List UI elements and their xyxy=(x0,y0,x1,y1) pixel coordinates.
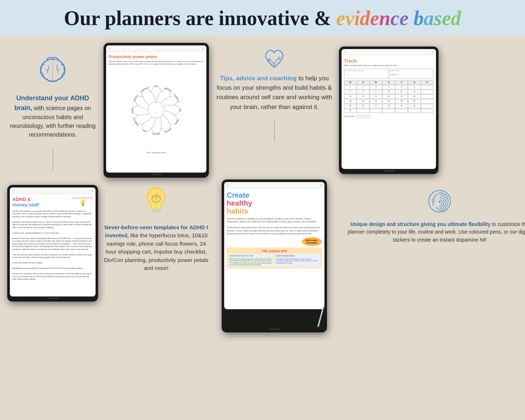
svg-text:MEAL: MEAL xyxy=(132,107,134,113)
section-unique: Unique design and structure giving you u… xyxy=(336,178,525,332)
title-italic: evidence based xyxy=(336,7,461,29)
money-title-block: ADHD & money stuff xyxy=(12,197,39,208)
why-field: WHY AM I TRACKING THIS: xyxy=(344,69,388,79)
money-title-adhd: ADHD & xyxy=(12,197,39,202)
tablet-petals-container: ← ⌂ Productivity power petals Put this f… xyxy=(100,43,213,178)
money-home-bar xyxy=(47,298,58,299)
habits-habits: habits xyxy=(227,207,322,215)
svg-point-30 xyxy=(268,58,270,61)
habits-healthy: healthy xyxy=(227,199,322,207)
science-grid: ADHD NEUROLOGICAL TRAIT ADHD decision-ma… xyxy=(229,254,320,267)
svg-text:BB: BB xyxy=(155,85,158,88)
svg-text:WATER: WATER xyxy=(152,133,160,135)
svg-point-29 xyxy=(278,57,280,59)
svg-point-38 xyxy=(439,201,441,202)
unique-text-bold: Unique design and structure giving you u… xyxy=(350,221,490,227)
tips-text-bold: Tips, advice and coaching xyxy=(220,75,296,82)
unique-description: Unique design and structure giving you u… xyxy=(343,221,525,244)
habits-back-icon[interactable]: ← xyxy=(226,183,230,187)
science-bits-box: The science bits ADHD NEUROLOGICAL TRAIT… xyxy=(227,247,322,268)
heart-plant-svg xyxy=(262,45,287,70)
svg-text:BB: BB xyxy=(179,109,181,112)
track-home-icon[interactable]: ⌂ xyxy=(432,50,434,54)
svg-point-15 xyxy=(148,102,164,118)
tablet-habits-container: ← ⌂ Create healthy habits Use these temp… xyxy=(216,178,332,332)
tablet-home-bar xyxy=(151,174,162,175)
track-title: Track: xyxy=(344,58,433,64)
fingerprint-svg xyxy=(427,189,452,214)
curious-badge: Just in case... be Curious xyxy=(302,237,322,246)
section-never: Never-before-seen templates for ADHD I i… xyxy=(100,178,213,332)
brain-svg xyxy=(36,54,69,86)
section-brain: Understand your ADHD brain, with science… xyxy=(9,43,96,178)
lightbulb-svg xyxy=(144,185,169,214)
track-fields: WHY AM I TRACKING THIS: LIMIT / GOAL: ME… xyxy=(344,69,433,79)
stylus xyxy=(317,306,324,327)
petals-title: Productivity power petals xyxy=(109,54,204,59)
bonus-badge: Bonus science tip! 💡 xyxy=(72,197,93,206)
money-content: ADHD & money stuff Bonus science tip! 💡 … xyxy=(10,194,96,284)
habits-nav: ← ⌂ xyxy=(224,182,324,188)
just-in-bubble: Just in case... be Curious xyxy=(227,237,322,246)
arrow-down-2 xyxy=(274,118,275,144)
petals-content: Productivity power petals Put this flowe… xyxy=(106,52,206,157)
fingerprint-icon-area xyxy=(427,189,452,215)
science-col-2: OUR PLANNER DESIGN The designs templates… xyxy=(275,254,320,267)
habits-content: Create healthy habits Use these template… xyxy=(224,188,324,271)
tablet-habits: ← ⌂ Create healthy habits Use these temp… xyxy=(222,179,327,332)
tablet-nav: ← ⌂ xyxy=(106,45,206,52)
section-unique-top xyxy=(445,43,525,178)
money-home-icon[interactable]: ⌂ xyxy=(92,189,93,192)
bulb-icon: 💡 xyxy=(72,199,93,206)
habits-home-bar xyxy=(269,328,280,330)
habits-body: Use these templates to evaluate your cur… xyxy=(227,217,322,235)
arrow-down-1 xyxy=(53,146,53,173)
svg-rect-31 xyxy=(152,209,160,211)
tablet-track: ← ⌂ Track: Blank monthly tracker for you… xyxy=(339,47,439,174)
stylus-area xyxy=(224,309,324,327)
money-header: ADHD & money stuff Bonus science tip! 💡 xyxy=(12,197,93,208)
plant-icon-container xyxy=(262,45,287,70)
tips-description: Tips, advice and coaching to help you fo… xyxy=(216,74,332,112)
brain-description: Understand your ADHD brain, with science… xyxy=(9,93,96,139)
header-banner: Our planners are innovative & evidence b… xyxy=(0,0,525,36)
science-col-1: ADHD NEUROLOGICAL TRAIT ADHD decision-ma… xyxy=(229,254,274,267)
tablet-petals-screen: ← ⌂ Productivity power petals Put this f… xyxy=(106,45,206,173)
brain-icon xyxy=(36,54,69,88)
money-nav: ← ⌂ xyxy=(10,187,96,194)
flower-svg: BB WATER STRETCH BB MEAL SNACH WATER BB … xyxy=(116,70,196,150)
tablet-money-container: ← ⌂ ADHD & money stuff Bonus science tip… xyxy=(9,178,96,332)
tablet-money: ← ⌂ ADHD & money stuff Bonus science tip… xyxy=(7,185,98,302)
back-icon[interactable]: ← xyxy=(108,47,112,50)
lightbulb-icon-area xyxy=(144,185,169,215)
goal-field: LIMIT / GOAL: MEASURES: xyxy=(389,69,433,79)
tablet-money-screen: ← ⌂ ADHD & money stuff Bonus science tip… xyxy=(10,187,96,296)
habits-home-icon[interactable]: ⌂ xyxy=(320,183,322,187)
tablet-petals: ← ⌂ Productivity power petals Put this f… xyxy=(104,43,209,178)
tablet-track-container: ← ⌂ Track: Blank monthly tracker for you… xyxy=(336,43,441,178)
section-tips: Tips, advice and coaching to help you fo… xyxy=(216,43,332,178)
home-icon[interactable]: ⌂ xyxy=(202,47,204,50)
svg-rect-32 xyxy=(153,211,159,212)
track-calendar: Mo Tu We Th Fr Sa Su 1 2 3 4 5 6 xyxy=(344,80,433,113)
money-back-icon[interactable]: ← xyxy=(12,189,15,192)
title-plain: Our planners are innovative & xyxy=(64,7,336,29)
petals-footnote: *BB = bathroom break xyxy=(109,152,204,154)
page-wrapper: Our planners are innovative & evidence b… xyxy=(0,0,525,420)
science-title: The science bits xyxy=(229,249,320,253)
main-content: Understand your ADHD brain, with science… xyxy=(0,36,525,340)
tablet-track-screen: ← ⌂ Track: Blank monthly tracker for you… xyxy=(342,49,436,169)
habits-title: Create healthy habits xyxy=(227,191,322,215)
petals-subtitle: Put this flower next to you while you're… xyxy=(109,60,204,66)
money-body: Say the word 'budget' to most people wit… xyxy=(12,210,93,281)
money-title-money: money stuff xyxy=(12,202,39,208)
habits-create: Create xyxy=(227,191,322,199)
track-content: Track: Blank monthly tracker for you to … xyxy=(342,55,436,121)
track-subtitle: Blank monthly tracker for you to add you… xyxy=(344,64,433,66)
tablet-habits-screen: ← ⌂ Create healthy habits Use these temp… xyxy=(224,182,324,309)
track-home-bar xyxy=(383,170,394,171)
track-nav: ← ⌂ xyxy=(342,49,436,55)
flower-container: BB WATER STRETCH BB MEAL SNACH WATER BB … xyxy=(109,69,204,152)
colour-key: COLOUR KEY: xyxy=(344,115,433,118)
track-back-icon[interactable]: ← xyxy=(344,50,347,54)
